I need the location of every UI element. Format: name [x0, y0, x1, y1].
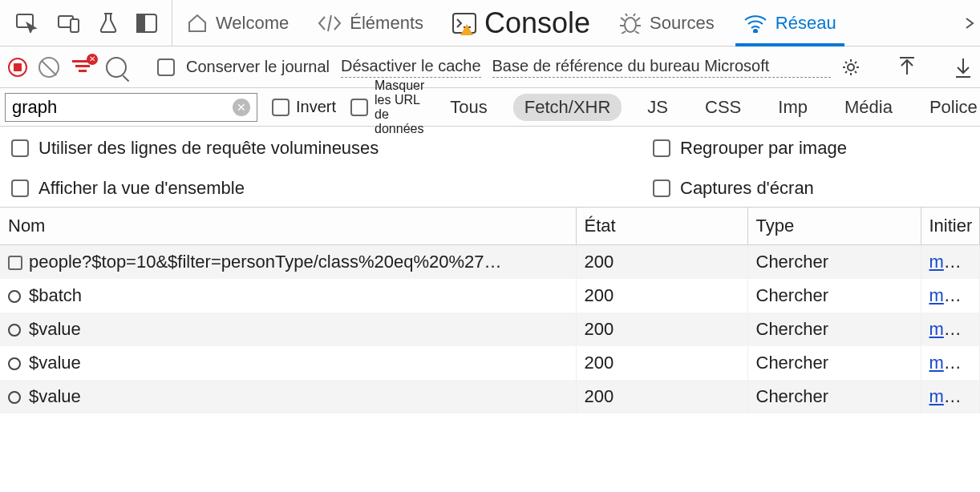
upload-har-icon[interactable] [898, 57, 916, 78]
tab-elements[interactable]: Éléments [303, 0, 438, 46]
cell-name: people?$top=10&$filter=personType/class%… [0, 245, 576, 280]
tab-welcome[interactable]: Welcome [172, 0, 303, 46]
network-toolbar: ✕ Conserver le journal Désactiver le cac… [0, 46, 980, 88]
wifi-icon [743, 14, 767, 33]
inspect-icon[interactable] [16, 14, 38, 33]
type-filter-all[interactable]: Tous [439, 94, 498, 121]
filter-clear-button[interactable]: ✕ [233, 99, 250, 116]
invert-label: Invert [296, 98, 336, 116]
type-filter-js[interactable]: JS [636, 94, 679, 121]
cell-type: Chercher [747, 380, 921, 413]
col-name[interactable]: Nom [0, 208, 576, 245]
group-by-frame-label: Regrouper par image [680, 138, 847, 159]
filter-toggle-button[interactable]: ✕ [71, 57, 95, 78]
preserve-log-label: Conserver le journal [186, 58, 330, 76]
type-filter-css[interactable]: CSS [694, 94, 752, 121]
cell-type: Chercher [747, 313, 921, 346]
invert-checkbox[interactable] [272, 99, 290, 116]
dock-icon[interactable] [136, 14, 157, 33]
code-icon [318, 14, 342, 32]
svg-point-8 [848, 64, 854, 71]
cell-initiator: mgt.es [921, 279, 980, 313]
network-filter-bar: ✕ Invert Masquer les URL de données Tous… [0, 88, 980, 127]
tab-console-label: Console [484, 6, 590, 40]
warning-icon [460, 24, 473, 35]
devtools-tab-bar: Welcome Éléments Console Sources Réseau [0, 0, 980, 46]
initiator-link[interactable]: mgt.es [929, 319, 980, 339]
cell-status: 200 [576, 346, 747, 380]
initiator-link[interactable]: mgt.es [929, 353, 980, 373]
search-icon[interactable] [106, 57, 127, 78]
preserve-log-checkbox[interactable] [157, 58, 175, 76]
cell-initiator: mgt.es [921, 346, 980, 380]
row-circle-icon [8, 391, 21, 404]
cell-status: 200 [576, 313, 747, 346]
table-row[interactable]: $value200Cherchermgt.es [0, 346, 980, 380]
col-status[interactable]: État [576, 208, 747, 245]
screenshots-checkbox[interactable] [653, 179, 670, 197]
cell-name: $value [0, 380, 576, 413]
hide-data-urls-checkbox[interactable] [350, 99, 368, 116]
tab-console[interactable]: Console [438, 0, 605, 46]
large-rows-checkbox[interactable] [11, 139, 29, 157]
tab-sources-label: Sources [650, 13, 715, 34]
tab-sources[interactable]: Sources [605, 0, 729, 46]
type-filter-fetch[interactable]: Fetch/XHR [513, 94, 622, 121]
initiator-link[interactable]: mgt.es [929, 285, 980, 305]
group-by-frame-checkbox[interactable] [653, 139, 670, 157]
experiments-icon[interactable] [99, 13, 117, 34]
table-row[interactable]: $value200Cherchermgt.es [0, 380, 980, 413]
screenshots-label: Captures d'écran [680, 178, 814, 199]
tab-elements-label: Éléments [350, 13, 423, 34]
col-type[interactable]: Type [747, 208, 921, 245]
cell-type: Chercher [747, 346, 921, 380]
col-initiator[interactable]: Initier [921, 208, 980, 245]
cell-status: 200 [576, 380, 747, 413]
cell-status: 200 [576, 279, 747, 313]
table-row[interactable]: people?$top=10&$filter=personType/class%… [0, 245, 980, 280]
devtools-icon-group [0, 0, 172, 46]
filter-input[interactable] [12, 97, 233, 118]
row-circle-icon [8, 324, 21, 337]
throttling-select[interactable]: Base de référence du bureau Microsoft [492, 57, 831, 78]
table-row[interactable]: $batch200Cherchermgt.es [0, 279, 980, 313]
svg-rect-2 [71, 19, 79, 32]
disable-cache-label[interactable]: Désactiver le cache [341, 57, 481, 78]
type-filter-font[interactable]: Police [918, 94, 980, 121]
row-checkbox-icon [8, 256, 22, 270]
device-toggle-icon[interactable] [58, 14, 80, 33]
download-har-icon[interactable] [954, 57, 972, 78]
network-table: Nom État Type Initier people?$top=10&$fi… [0, 208, 980, 413]
initiator-link[interactable]: mgt.es [929, 386, 980, 406]
row-circle-icon [8, 357, 21, 370]
svg-rect-4 [137, 14, 144, 32]
tab-network[interactable]: Réseau [729, 0, 851, 46]
show-overview-label: Afficher la vue d'ensemble [38, 178, 245, 199]
filter-input-wrap: ✕ [5, 93, 257, 122]
cell-name: $value [0, 346, 576, 380]
cell-initiator: mgt.es [921, 245, 980, 280]
home-icon [187, 14, 208, 33]
row-circle-icon [8, 290, 21, 303]
throttling-settings-icon[interactable] [842, 58, 860, 76]
clear-button[interactable] [38, 57, 59, 78]
svg-point-6 [625, 18, 636, 32]
cell-type: Chercher [747, 245, 921, 280]
large-rows-label: Utiliser des lignes de requête volumineu… [38, 138, 379, 159]
tab-welcome-label: Welcome [216, 13, 289, 34]
type-filter-img[interactable]: Imp [767, 94, 819, 121]
show-overview-checkbox[interactable] [11, 179, 29, 197]
cell-type: Chercher [747, 279, 921, 313]
type-filter-media[interactable]: Média [833, 94, 904, 121]
hide-data-urls-label: Masquer les URL de données [375, 79, 424, 136]
record-button[interactable] [8, 58, 27, 77]
table-row[interactable]: $value200Cherchermgt.es [0, 313, 980, 346]
table-header-row: Nom État Type Initier [0, 208, 980, 245]
initiator-link[interactable]: mgt.es [929, 252, 980, 272]
network-options: Utiliser des lignes de requête volumineu… [0, 127, 980, 208]
more-tabs-chevron-icon[interactable] [964, 14, 980, 33]
cell-initiator: mgt.es [921, 380, 980, 413]
cell-status: 200 [576, 245, 747, 280]
tab-network-label: Réseau [775, 13, 836, 34]
svg-point-7 [754, 30, 757, 33]
